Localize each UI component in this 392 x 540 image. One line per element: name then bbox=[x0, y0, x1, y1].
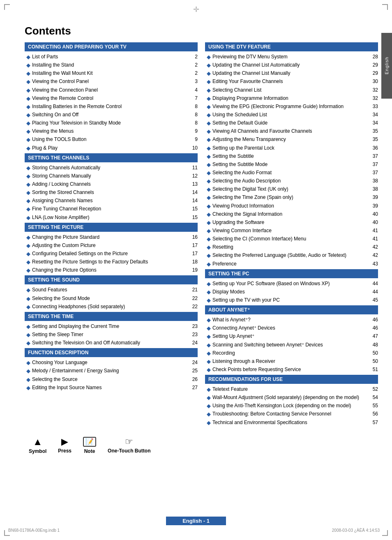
toc-item-text: Teletext Feature bbox=[212, 385, 371, 393]
toc-item: ◆Adjusting the Menu Transparency35 bbox=[205, 136, 378, 144]
crosshair-icon: ✛ bbox=[193, 5, 199, 14]
toc-item-page: 46 bbox=[373, 324, 378, 332]
toc-item: ◆Sorting the Stored Channels14 bbox=[25, 189, 198, 197]
toc-item-page: 9 bbox=[195, 136, 198, 143]
toc-item-page: 42 bbox=[373, 243, 378, 251]
symbol-item: ☞One-Touch Button bbox=[108, 437, 150, 454]
toc-item-text: Checking the Signal Information bbox=[212, 210, 371, 218]
toc-item: ◆Switching On and Off8 bbox=[25, 111, 198, 119]
toc-item: ◆Viewing the Menus9 bbox=[25, 127, 198, 136]
toc-item: ◆Installing the Wall Mount Kit2 bbox=[25, 69, 198, 78]
toc-item-text: Assigning Channels Names bbox=[32, 197, 191, 205]
bullet-icon: ◆ bbox=[207, 358, 211, 366]
toc-item-text: Installing Batteries in the Remote Contr… bbox=[32, 103, 193, 111]
toc-section: SETTING THE TIME◆Setting and Displaying … bbox=[25, 312, 198, 347]
bullet-icon: ◆ bbox=[26, 205, 30, 213]
symbol-icon: ▶ bbox=[61, 437, 68, 446]
toc-item-page: 40 bbox=[373, 210, 378, 218]
toc-item-text: Viewing the Menus bbox=[32, 127, 193, 135]
bullet-icon: ◆ bbox=[26, 242, 30, 250]
bullet-icon: ◆ bbox=[26, 286, 30, 294]
footer-right: 2008-03-03 ¿ÀÈÄ 4:14:53 bbox=[332, 528, 380, 533]
toc-item-page: 19 bbox=[192, 266, 198, 274]
bullet-icon: ◆ bbox=[26, 367, 30, 375]
toc-item: ◆Viewing Common Interface41 bbox=[205, 227, 378, 235]
toc-item-page: 57 bbox=[373, 419, 378, 427]
bullet-icon: ◆ bbox=[207, 202, 211, 210]
toc-item-text: Display Modes bbox=[212, 288, 371, 296]
bullet-icon: ◆ bbox=[207, 161, 211, 169]
bullet-icon: ◆ bbox=[207, 136, 211, 144]
toc-item: ◆Scanning and Switching between Anynet⁺ … bbox=[205, 341, 378, 349]
toc-item: ◆Previewing the DTV Menu System28 bbox=[205, 53, 378, 61]
toc-item-text: LNA (Low Noise Amplifier) bbox=[32, 214, 191, 222]
toc-item-page: 23 bbox=[192, 323, 198, 330]
bullet-icon: ◆ bbox=[207, 280, 211, 288]
toc-section: USING THE DTV FEATURE◆Previewing the DTV… bbox=[205, 42, 378, 268]
toc-item: ◆Adjusting the Custom Picture17 bbox=[25, 242, 198, 250]
toc-item-text: Previewing the DTV Menu System bbox=[212, 53, 371, 61]
symbol-item: ▶Press bbox=[58, 437, 71, 454]
footer: BN68-01786A-00Eng.indb 1 2008-03-03 ¿ÀÈÄ… bbox=[8, 528, 380, 533]
toc-item-page: 11 bbox=[192, 164, 198, 172]
toc-item-text: Viewing the Connection Panel bbox=[32, 86, 193, 94]
bullet-icon: ◆ bbox=[26, 214, 30, 222]
bullet-icon: ◆ bbox=[207, 402, 211, 410]
section-header: ABOUT ANYNET⁺ bbox=[205, 305, 378, 314]
bullet-icon: ◆ bbox=[26, 136, 30, 144]
bullet-icon: ◆ bbox=[207, 86, 211, 95]
bullet-icon: ◆ bbox=[207, 366, 211, 374]
toc-item: ◆Wall-Mount Adjustment (Sold separately)… bbox=[205, 394, 378, 402]
toc-item-text: Switching On and Off bbox=[32, 111, 193, 119]
toc-item-page: 17 bbox=[192, 250, 198, 258]
toc-item-page: 37 bbox=[373, 161, 378, 168]
toc-item-page: 41 bbox=[373, 235, 378, 243]
bullet-icon: ◆ bbox=[207, 53, 211, 61]
toc-item: ◆Selecting the Time Zone (Spain only)39 bbox=[205, 194, 378, 202]
bullet-icon: ◆ bbox=[207, 260, 211, 268]
toc-item-text: Setting the Sleep Timer bbox=[32, 331, 191, 339]
toc-item-text: Connecting Headphones (Sold separately) bbox=[32, 303, 191, 311]
section-header: CONNECTING AND PREPARING YOUR TV bbox=[25, 42, 198, 51]
toc-item-page: 51 bbox=[373, 366, 378, 374]
bullet-icon: ◆ bbox=[26, 144, 30, 152]
toc-item-page: 44 bbox=[373, 288, 378, 296]
toc-item: ◆Teletext Feature52 bbox=[205, 385, 378, 394]
bullet-icon: ◆ bbox=[207, 127, 211, 136]
toc-item-text: Storing Channels Automatically bbox=[32, 164, 191, 172]
bullet-icon: ◆ bbox=[207, 349, 211, 358]
toc-item-page: 27 bbox=[192, 384, 198, 392]
english-badge: English - 1 bbox=[166, 517, 226, 525]
toc-item-text: Upgrading the Software bbox=[212, 219, 371, 226]
language-side-tab: English bbox=[381, 33, 392, 99]
toc-item-text: Selecting the CI (Common Interface) Menu bbox=[212, 235, 371, 243]
toc-item: ◆Selecting Channel List32 bbox=[205, 86, 378, 95]
symbol-row: ▲Symbol▶Press📝Note☞One-Touch Button bbox=[25, 437, 384, 454]
toc-item-text: Storing Channels Manually bbox=[32, 172, 191, 180]
toc-item-page: 29 bbox=[373, 69, 378, 77]
toc-item: ◆Storing Channels Manually12 bbox=[25, 172, 198, 180]
toc-columns: CONNECTING AND PREPARING YOUR TV◆List of… bbox=[25, 42, 378, 428]
bullet-icon: ◆ bbox=[207, 177, 211, 185]
toc-item-page: 2 bbox=[195, 61, 198, 69]
toc-item-text: Viewing the Remote Control bbox=[32, 95, 193, 102]
toc-item-page: 8 bbox=[195, 103, 198, 111]
bullet-icon: ◆ bbox=[207, 61, 211, 69]
toc-item-page: 33 bbox=[373, 103, 378, 111]
toc-item: ◆Selecting the Digital Text (UK only)38 bbox=[205, 185, 378, 194]
toc-item-text: Plug & Play bbox=[32, 144, 191, 152]
toc-item-page: 48 bbox=[373, 341, 378, 349]
toc-item-page: 12 bbox=[192, 172, 198, 180]
toc-item-page: 42 bbox=[373, 252, 378, 259]
toc-item-page: 36 bbox=[373, 144, 378, 152]
toc-item-text: Selecting the Audio Format bbox=[212, 169, 371, 177]
bullet-icon: ◆ bbox=[207, 144, 211, 152]
toc-item-page: 15 bbox=[192, 214, 198, 222]
toc-item-text: Selecting the Audio Description bbox=[212, 177, 371, 185]
section-header: RECOMMENDATIONS FOR USE bbox=[205, 375, 378, 384]
toc-section: FUNCTION DESCRIPTION◆Choosing Your Langu… bbox=[25, 348, 198, 392]
bullet-icon: ◆ bbox=[26, 359, 30, 367]
symbol-label: Press bbox=[58, 448, 71, 454]
bullet-icon: ◆ bbox=[207, 185, 211, 194]
bullet-icon: ◆ bbox=[207, 95, 211, 103]
